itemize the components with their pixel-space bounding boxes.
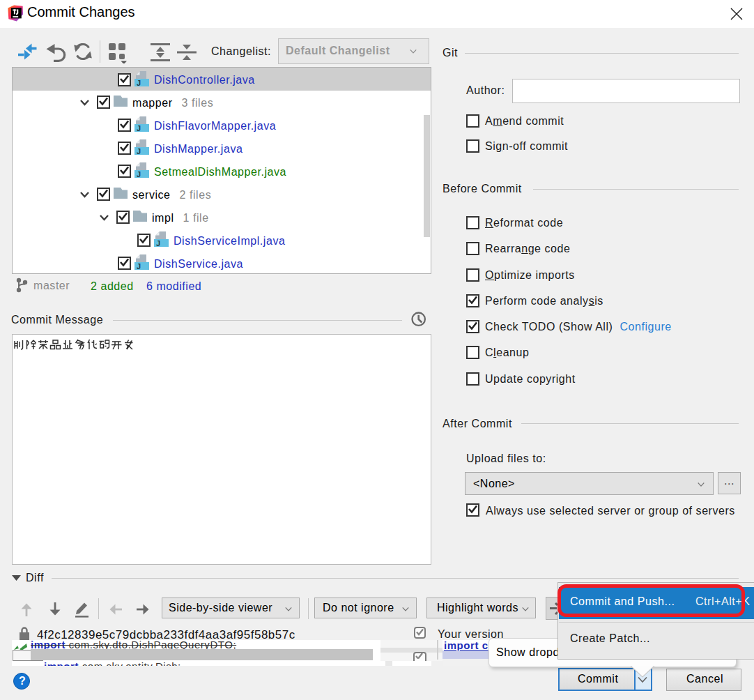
svg-text:J: J <box>137 124 141 132</box>
svg-text:J: J <box>137 147 141 155</box>
svg-text:J: J <box>137 79 141 87</box>
svg-text:J: J <box>156 239 161 248</box>
svg-text:J: J <box>137 170 141 178</box>
svg-text:J: J <box>137 262 141 271</box>
